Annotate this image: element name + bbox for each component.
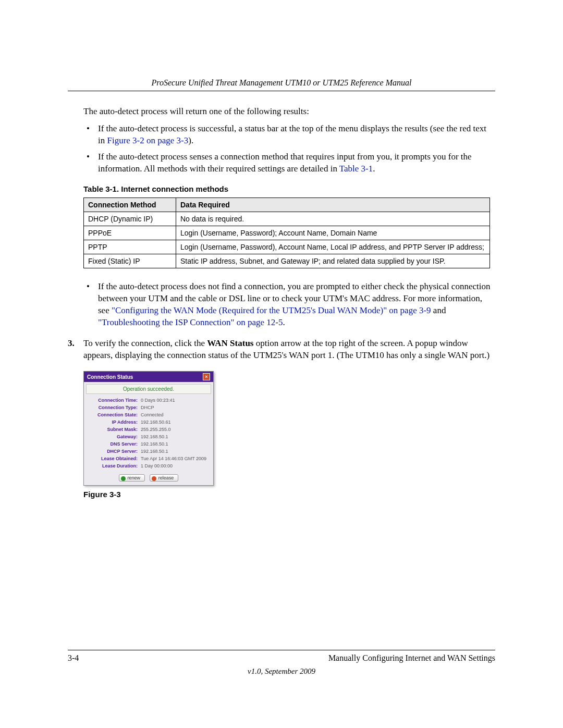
status-label: DNS Server:	[88, 441, 141, 447]
table-cell: No data is required.	[176, 212, 490, 226]
status-label: Connection Type:	[88, 405, 141, 410]
table-cell: PPTP	[84, 240, 176, 254]
intro-paragraph: The auto-detect process will return one …	[83, 106, 495, 118]
status-value: DHCP	[141, 405, 209, 410]
page-footer: 3-4 Manually Configuring Internet and WA…	[68, 650, 495, 676]
table-row: PPPoE Login (Username, Password); Accoun…	[84, 226, 490, 240]
renew-button[interactable]: renew	[119, 474, 145, 482]
bullet-list-2: If the auto-detect process does not find…	[83, 281, 495, 329]
release-button[interactable]: release	[150, 474, 179, 482]
chapter-title: Manually Configuring Internet and WAN Se…	[328, 653, 495, 663]
bullet-text-tail: .	[373, 164, 375, 174]
step-list: 3. To verify the connection, click the W…	[68, 338, 495, 362]
step-number: 3.	[68, 338, 75, 350]
troubleshoot-link[interactable]: "Troubleshooting the ISP Connection" on …	[98, 317, 283, 327]
list-item: If the auto-detect process senses a conn…	[83, 151, 495, 175]
popup-titlebar: Connection Status ×	[84, 372, 213, 382]
status-row: Lease Duration:1 Day 00:00:00	[86, 462, 211, 470]
status-label: Subnet Mask:	[88, 427, 141, 432]
status-label: DHCP Server:	[88, 449, 141, 454]
status-value: 192.168.50.1	[141, 434, 209, 439]
table-cell: Fixed (Static) IP	[84, 254, 176, 268]
table-caption: Table 3-1. Internet connection methods	[83, 184, 495, 193]
table-link[interactable]: Table 3-1	[339, 164, 373, 174]
step-text: To verify the connection, click the	[83, 338, 207, 348]
status-row: Subnet Mask:255.255.255.0	[86, 426, 211, 433]
status-row: Connection State:Connected	[86, 411, 211, 418]
status-value: Tue Apr 14 16:46:03 GMT 2009	[141, 456, 209, 461]
status-label: Gateway:	[88, 434, 141, 439]
bullet-text-tail: ).	[188, 135, 193, 145]
version-footer: v1.0, September 2009	[68, 667, 495, 676]
table-cell: PPPoE	[84, 226, 176, 240]
close-icon[interactable]: ×	[203, 373, 210, 380]
status-value: 192.168.50.61	[141, 419, 209, 425]
status-value: 255.255.255.0	[141, 427, 209, 432]
status-row: IP Address:192.168.50.61	[86, 418, 211, 426]
status-row: Connection Type:DHCP	[86, 404, 211, 411]
status-value: 0 Days 00:23:41	[141, 398, 209, 403]
table-cell: Static IP address, Subnet, and Gateway I…	[176, 254, 490, 268]
figure-caption: Figure 3-3	[83, 490, 495, 499]
status-message: Operation succeeded.	[86, 384, 211, 394]
footer-rule	[68, 650, 495, 650]
running-header: ProSecure Unified Threat Management UTM1…	[68, 78, 495, 88]
table-row: Fixed (Static) IP Static IP address, Sub…	[84, 254, 490, 268]
bullet-text: If the auto-detect process senses a conn…	[98, 152, 472, 174]
table-header-method: Connection Method	[84, 198, 176, 212]
table-header-data: Data Required	[176, 198, 490, 212]
list-item: If the auto-detect process does not find…	[83, 281, 495, 329]
status-label: IP Address:	[88, 419, 141, 425]
table-cell: Login (Username, Password), Account Name…	[176, 240, 490, 254]
wan-status-label: WAN Status	[207, 338, 253, 348]
status-row: Connection Time:0 Days 00:23:41	[86, 397, 211, 404]
status-label: Connection Time:	[88, 398, 141, 403]
figure-link[interactable]: Figure 3-2 on page 3-3	[107, 135, 188, 145]
list-item: If the auto-detect process is successful…	[83, 123, 495, 147]
status-value: 192.168.50.1	[141, 441, 209, 447]
status-row: Lease Obtained:Tue Apr 14 16:46:03 GMT 2…	[86, 455, 211, 462]
status-row: DHCP Server:192.168.50.1	[86, 448, 211, 455]
status-row: DNS Server:192.168.50.1	[86, 440, 211, 448]
bullet-text-mid: and	[431, 305, 446, 315]
status-value: 192.168.50.1	[141, 449, 209, 454]
status-label: Lease Obtained:	[88, 456, 141, 461]
status-label: Connection State:	[88, 412, 141, 417]
table-cell: DHCP (Dynamic IP)	[84, 212, 176, 226]
connection-status-popup: Connection Status × Operation succeeded.…	[83, 371, 214, 486]
wan-mode-link[interactable]: "Configuring the WAN Mode (Required for …	[112, 305, 431, 315]
status-row: Gateway:192.168.50.1	[86, 433, 211, 440]
step-3: 3. To verify the connection, click the W…	[68, 338, 495, 362]
popup-title: Connection Status	[87, 374, 133, 380]
bullet-list-1: If the auto-detect process is successful…	[83, 123, 495, 175]
table-cell: Login (Username, Password); Account Name…	[176, 226, 490, 240]
table-row: DHCP (Dynamic IP) No data is required.	[84, 212, 490, 226]
table-row: PPTP Login (Username, Password), Account…	[84, 240, 490, 254]
status-value: Connected	[141, 412, 209, 417]
status-value: 1 Day 00:00:00	[141, 463, 209, 468]
bullet-text-tail: .	[283, 317, 285, 327]
connection-methods-table: Connection Method Data Required DHCP (Dy…	[83, 198, 490, 268]
status-label: Lease Duration:	[88, 463, 141, 468]
page-number: 3-4	[68, 653, 79, 663]
